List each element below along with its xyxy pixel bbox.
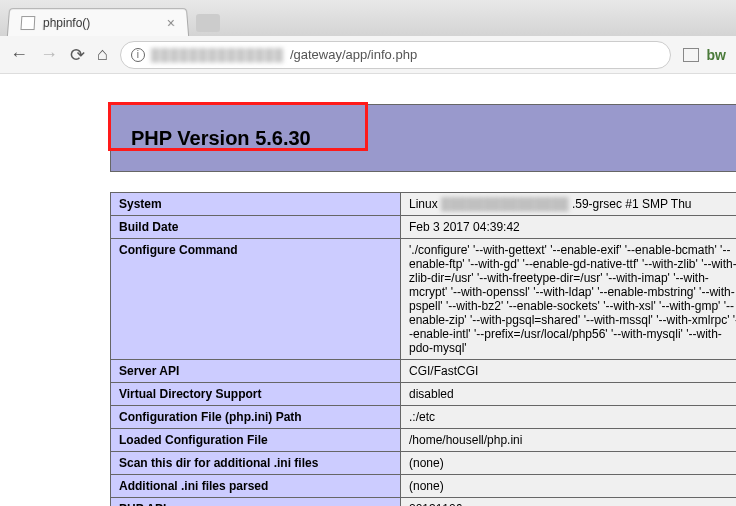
tab-title: phpinfo()	[43, 16, 160, 30]
table-cell-key: Configuration File (php.ini) Path	[111, 406, 401, 429]
back-button[interactable]: ←	[10, 44, 28, 65]
table-cell-value: .:/etc	[401, 406, 737, 429]
info-icon[interactable]: i	[131, 48, 145, 62]
php-version-header: PHP Version 5.6.30	[110, 104, 736, 172]
page-icon	[20, 16, 35, 30]
home-button[interactable]: ⌂	[97, 44, 108, 65]
browser-tab[interactable]: phpinfo() ×	[7, 8, 189, 36]
php-version-title: PHP Version 5.6.30	[131, 127, 311, 150]
table-cell-key: Server API	[111, 360, 401, 383]
toolbar-right: bw	[683, 47, 726, 63]
browser-tab-bar: phpinfo() ×	[0, 0, 736, 36]
table-row: Loaded Configuration File/home/housell/p…	[111, 429, 737, 452]
forward-button[interactable]: →	[40, 44, 58, 65]
table-cell-value: CGI/FastCGI	[401, 360, 737, 383]
table-cell-key: Scan this dir for additional .ini files	[111, 452, 401, 475]
table-row: Build DateFeb 3 2017 04:39:42	[111, 216, 737, 239]
table-row: Additional .ini files parsed(none)	[111, 475, 737, 498]
table-row: Configure Command'./configure' '--with-g…	[111, 239, 737, 360]
url-path: /gateway/app/info.php	[290, 47, 417, 62]
table-cell-value: './configure' '--with-gettext' '--enable…	[401, 239, 737, 360]
table-cell-key: Virtual Directory Support	[111, 383, 401, 406]
table-cell-key: Loaded Configuration File	[111, 429, 401, 452]
translate-icon[interactable]	[683, 48, 699, 62]
page-content: PHP Version 5.6.30 SystemLinux █████████…	[0, 74, 736, 506]
table-cell-key: PHP API	[111, 498, 401, 507]
table-cell-key: Build Date	[111, 216, 401, 239]
browser-toolbar: ← → ⟳ ⌂ i ██████████████ /gateway/app/in…	[0, 36, 736, 74]
table-cell-value: Feb 3 2017 04:39:42	[401, 216, 737, 239]
table-row: Server APICGI/FastCGI	[111, 360, 737, 383]
table-cell-value: 20131106	[401, 498, 737, 507]
table-cell-key: System	[111, 193, 401, 216]
table-row: Virtual Directory Supportdisabled	[111, 383, 737, 406]
extension-icon[interactable]: bw	[707, 47, 726, 63]
table-cell-value: /home/housell/php.ini	[401, 429, 737, 452]
table-row: SystemLinux ███████████████ .59-grsec #1…	[111, 193, 737, 216]
url-host-blurred: ██████████████	[151, 48, 284, 62]
close-icon[interactable]: ×	[166, 15, 175, 31]
table-cell-key: Additional .ini files parsed	[111, 475, 401, 498]
table-cell-value: disabled	[401, 383, 737, 406]
table-row: Configuration File (php.ini) Path.:/etc	[111, 406, 737, 429]
phpinfo-table: SystemLinux ███████████████ .59-grsec #1…	[110, 192, 736, 506]
address-bar[interactable]: i ██████████████ /gateway/app/info.php	[120, 41, 671, 69]
table-row: PHP API20131106	[111, 498, 737, 507]
table-cell-value: Linux ███████████████ .59-grsec #1 SMP T…	[401, 193, 737, 216]
table-cell-value: (none)	[401, 452, 737, 475]
table-cell-key: Configure Command	[111, 239, 401, 360]
table-cell-value: (none)	[401, 475, 737, 498]
new-tab-button[interactable]	[196, 14, 220, 32]
table-row: Scan this dir for additional .ini files(…	[111, 452, 737, 475]
reload-button[interactable]: ⟳	[70, 44, 85, 66]
